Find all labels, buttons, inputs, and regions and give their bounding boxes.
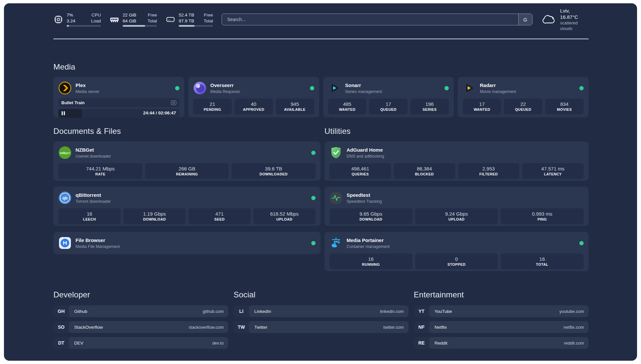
service-description: Media Requests bbox=[210, 89, 240, 94]
section-utilities: Utilities AdGuard Home DNS and adblockin… bbox=[324, 127, 589, 271]
service-name: Overseerr bbox=[210, 82, 240, 88]
service-card-plex[interactable]: Plex Media server Bullet Train bbox=[53, 77, 184, 117]
resource-memory: 22 GiBFree 64 GiBTotal bbox=[109, 12, 157, 27]
search-input[interactable] bbox=[222, 14, 518, 25]
plex-icon bbox=[58, 81, 72, 95]
stat-ping: 0.993 msPING bbox=[501, 208, 584, 224]
svg-text:qb: qb bbox=[62, 196, 68, 200]
status-dot bbox=[579, 241, 584, 245]
stat-latency: 47.571 msLATENCY bbox=[522, 163, 584, 179]
cpu-load-label: Load bbox=[91, 18, 101, 24]
bookmark-stackoverflow[interactable]: SO StackOverflowstackoverflow.com bbox=[53, 321, 228, 333]
stat-download: 9.65 GbpsDOWNLOAD bbox=[329, 208, 412, 224]
service-name: qBittorrent bbox=[76, 192, 111, 198]
resource-cpu: 7%CPU 3.24Load bbox=[53, 12, 101, 27]
stat-series: 196SERIES bbox=[410, 99, 449, 114]
status-dot bbox=[311, 151, 316, 155]
section-media: Media Plex Media server bbox=[53, 62, 589, 117]
pause-button[interactable] bbox=[61, 111, 65, 115]
bookmark-reddit[interactable]: RE Redditreddit.com bbox=[414, 337, 589, 349]
disk-total-label: Total bbox=[203, 18, 213, 24]
search-bar: G bbox=[222, 14, 533, 25]
portainer-icon bbox=[329, 236, 343, 250]
section-title-entertainment: Entertainment bbox=[414, 290, 589, 299]
service-name: Radarr bbox=[480, 82, 516, 88]
bookmark-abbr: NF bbox=[414, 321, 429, 333]
bookmark-youtube[interactable]: YT YouTubeyoutube.com bbox=[414, 305, 589, 317]
service-card-adguard[interactable]: AdGuard Home DNS and adblocking 498,461Q… bbox=[324, 141, 589, 181]
bookmark-domain: github.com bbox=[203, 309, 229, 314]
session-type-icon bbox=[171, 100, 176, 105]
service-description: Movie management bbox=[480, 89, 516, 94]
sonarr-icon bbox=[328, 81, 341, 95]
service-card-qbittorrent[interactable]: qb qBittorrent Torrent downloader 16LEEC… bbox=[53, 187, 320, 226]
service-description: Series management bbox=[345, 89, 382, 94]
cloud-icon bbox=[542, 14, 556, 25]
stat-available: 945AVAILABLE bbox=[276, 99, 314, 114]
memory-progress-bar bbox=[123, 25, 157, 27]
stat-wanted: 485WANTED bbox=[328, 99, 367, 114]
memory-total-value: 64 GiB bbox=[123, 18, 136, 24]
stat-movies: 834MOVIES bbox=[545, 99, 584, 114]
stat-downloaded: 39.6 TBDOWNLOADED bbox=[231, 163, 316, 179]
bookmark-twitter[interactable]: TW Twittertwitter.com bbox=[233, 321, 408, 333]
stat-upload: 9.24 GbpsUPLOAD bbox=[415, 208, 498, 224]
memory-free-label: Free bbox=[148, 12, 157, 18]
section-title-social: Social bbox=[233, 290, 408, 299]
bookmark-domain: linkedin.com bbox=[380, 309, 408, 314]
memory-icon bbox=[109, 15, 119, 24]
svg-text:nzbget: nzbget bbox=[60, 151, 70, 155]
bookmark-abbr: DT bbox=[53, 337, 69, 349]
service-card-sonarr[interactable]: Sonarr Series management 485WANTED 17QUE… bbox=[323, 77, 454, 117]
weather-widget: Lviv, 16.87°C scattered clouds bbox=[542, 8, 589, 31]
bookmarks-developer: Developer GH Githubgithub.com SO StackOv… bbox=[53, 290, 228, 353]
status-dot bbox=[311, 196, 316, 200]
service-card-portainer[interactable]: Media Portainer Container management 16R… bbox=[324, 232, 589, 271]
search-provider-button[interactable]: G bbox=[518, 14, 532, 25]
service-card-nzbget[interactable]: nzbget NZBGet Usenet downloader 744.21 M… bbox=[53, 141, 320, 181]
service-description: Media File Management bbox=[76, 244, 120, 249]
disk-free-value: 52.4 TB bbox=[179, 12, 194, 18]
disk-progress-bar bbox=[179, 25, 213, 27]
qbittorrent-icon: qb bbox=[58, 191, 72, 204]
memory-free-value: 22 GiB bbox=[123, 12, 136, 18]
bookmark-domain: dev.to bbox=[212, 341, 228, 346]
bookmark-dev[interactable]: DT DEVdev.to bbox=[53, 337, 228, 349]
service-description: DNS and adblocking bbox=[347, 154, 384, 159]
bookmarks-social: Social LI LinkedInlinkedin.com TW Twitte… bbox=[233, 290, 408, 353]
stat-leech: 16LEECH bbox=[58, 208, 121, 224]
bookmark-abbr: YT bbox=[414, 305, 429, 317]
bookmark-name: Twitter bbox=[249, 325, 267, 330]
bookmark-netflix[interactable]: NF Netflixnetflix.com bbox=[414, 321, 589, 333]
playback-time: 24:44 / 02:06:47 bbox=[143, 110, 176, 115]
stat-wanted: 17WANTED bbox=[463, 99, 501, 114]
overseerr-icon bbox=[193, 81, 206, 95]
section-title-developer: Developer bbox=[53, 290, 228, 299]
stat-seed: 471SEED bbox=[188, 208, 251, 224]
status-dot bbox=[310, 86, 314, 90]
bookmark-github[interactable]: GH Githubgithub.com bbox=[53, 305, 228, 317]
dashboard: 7%CPU 3.24Load 22 GiBFree 64 GiBTotal bbox=[4, 3, 637, 361]
service-card-filebrowser[interactable]: File Browser Media File Management bbox=[53, 232, 320, 254]
service-card-speedtest[interactable]: Speedtest Speedtest Tracking 9.65 GbpsDO… bbox=[324, 187, 589, 226]
service-name: Media Portainer bbox=[347, 237, 390, 243]
cpu-progress-bar bbox=[67, 25, 101, 27]
status-dot bbox=[444, 86, 449, 90]
service-name: NZBGet bbox=[76, 147, 111, 153]
speedtest-icon bbox=[329, 191, 343, 204]
stat-queries: 498,461QUERIES bbox=[329, 163, 391, 179]
service-card-overseerr[interactable]: Overseerr Media Requests 21PENDING 40APP… bbox=[188, 77, 319, 117]
bookmark-domain: netflix.com bbox=[564, 325, 589, 330]
bookmark-abbr: GH bbox=[53, 305, 69, 317]
bookmark-linkedin[interactable]: LI LinkedInlinkedin.com bbox=[233, 305, 408, 317]
bookmark-domain: reddit.com bbox=[564, 341, 589, 346]
service-card-radarr[interactable]: Radarr Movie management 17WANTED 22QUEUE… bbox=[458, 77, 589, 117]
now-playing-bar: Bullet Train bbox=[58, 98, 179, 107]
header-divider bbox=[53, 39, 589, 39]
bookmark-abbr: TW bbox=[233, 321, 249, 333]
stat-approved: 40APPROVED bbox=[234, 99, 273, 114]
bookmark-name: Reddit bbox=[429, 341, 447, 346]
disk-total-value: 97.9 TB bbox=[179, 18, 194, 24]
bookmark-domain: youtube.com bbox=[560, 309, 589, 314]
cpu-usage-value: 7% bbox=[67, 12, 73, 18]
